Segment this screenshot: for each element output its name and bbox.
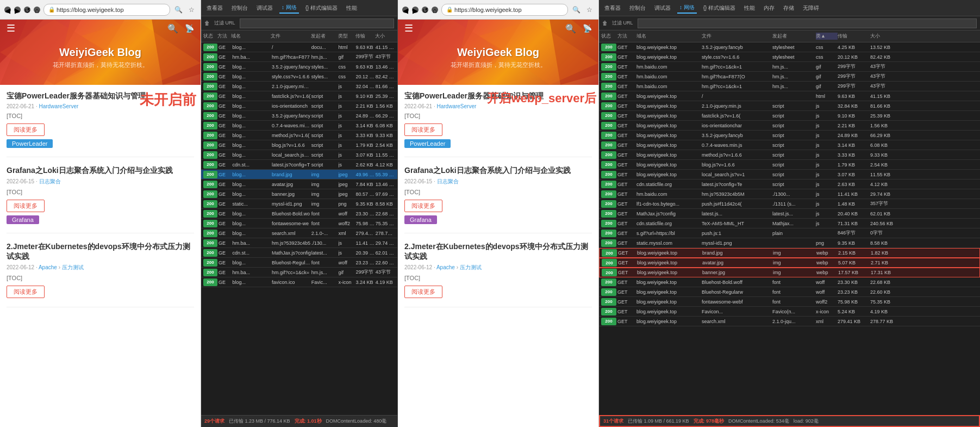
row-1-9[interactable]: 200GEblog...0.7.4-waves.min.jsscriptjs3.… [201, 121, 397, 131]
row-2-15[interactable]: 200GETcdn.staticfile.orglatest.js?config… [599, 180, 980, 189]
row-2-27[interactable]: 200GETblog.weiyigeek.topfontawesome-webf… [599, 297, 980, 307]
row-1-21[interactable]: 200GEhm.ba...hm.js?53923c4b5./130...js11… [201, 238, 397, 248]
rss-icon-1[interactable]: ☆ [186, 5, 196, 15]
row-2-5[interactable]: 200GEThm.baidu.comhm.gif?cc=1&ck=1hm.js.… [599, 82, 980, 91]
forward-button[interactable]: ▶ [14, 7, 21, 13]
row-1-20[interactable]: 200GEblog...search.xml2.1.0-...xml279.41… [201, 228, 397, 238]
dt-console-tab-2[interactable]: 控制台 [627, 3, 648, 13]
tag-powderleader[interactable]: PowerLeader [7, 139, 53, 148]
search-icon-2[interactable]: 🔍 [571, 5, 581, 15]
dt-viewer-tab-2[interactable]: 查看器 [602, 3, 623, 13]
dt-perf-tab-2[interactable]: 性能 [742, 3, 757, 13]
row-1-3[interactable]: 200GEblog...3.5.2-jquery.fancystyles...c… [201, 62, 397, 72]
row-1-10[interactable]: 200GEblog...method.js?v=1.6(scriptjs3.33… [201, 131, 397, 140]
row-2-13[interactable]: 200GETblog.weiyigeek.topblog.js?v=1.6.6s… [599, 160, 980, 170]
rss-nav-icon-1[interactable]: 📡 [185, 24, 194, 33]
row-2-21[interactable]: 200GETstatic.myssl.commyssl-id1.pngpng9.… [599, 238, 980, 248]
row-2-19[interactable]: 200GETcdn.staticfile.orgTeX-AMS-MML_HTMa… [599, 219, 980, 228]
dt-memory-tab-2[interactable]: 内存 [761, 3, 777, 13]
row-1-23[interactable]: 200GEblog...Bluehost-Regular.fofontwoff2… [201, 258, 397, 268]
row-1-8[interactable]: 200GEblog...3.5.2-jquery.fancyscriptjs24… [201, 111, 397, 121]
row-2-1[interactable]: 200GETblog.weiyigeek.top3.5.2-jquery.fan… [599, 42, 980, 52]
dt-style-tab-2[interactable]: {} 样式编辑器 [701, 3, 738, 13]
dt-network-tab-2[interactable]: ↕ 网络 [677, 3, 697, 14]
row-1-19[interactable]: 200GEblog...fontawesome-wefontwoff275.98… [201, 219, 397, 228]
row-1-15[interactable]: 200GEblog...avatar.jpgimgjpeg7.84 KB13.4… [201, 180, 397, 189]
row-2-3[interactable]: 200GEThm.baidu.comhm.gif?cc=1&ck=1hm.js.… [599, 62, 980, 72]
dt-style-tab-1[interactable]: {} 样式编辑器 [303, 3, 340, 13]
row-2-18[interactable]: 200GETMathJax.js?configlatest.js...lates… [599, 209, 980, 219]
row-2-23-webp[interactable]: 200GETblog.weiyigeek.topavatar.jpgimgweb… [599, 258, 980, 268]
row-1-7[interactable]: 200GEblog...ios-orientationchscriptjs2.2… [201, 101, 397, 111]
hamburger-icon-1[interactable]: ☰ [7, 22, 15, 34]
row-1-6[interactable]: 200GEblog...fastclick.js?v=1.6(scriptjs9… [201, 91, 397, 101]
row-2-2[interactable]: 200GETblog.weiyigeek.topstyle.css?v=1.6.… [599, 52, 980, 62]
tag-grafana-2[interactable]: Grafana [404, 215, 437, 224]
row-2-10[interactable]: 200GETblog.weiyigeek.top3.5.2-jquery.fan… [599, 131, 980, 140]
address-bar-2[interactable]: 🔒 https://blog.weiyigeek.top [441, 4, 568, 16]
row-2-12[interactable]: 200GETblog.weiyigeek.topmethod.js?v=1.6.… [599, 150, 980, 160]
tag-grafana[interactable]: Grafana [7, 215, 39, 224]
row-1-18[interactable]: 200GEblog...Bluehost-Bold.wofontwoff23.3… [201, 209, 397, 219]
refresh-button[interactable]: ↺ [24, 7, 30, 13]
hamburger-icon-2[interactable]: ☰ [404, 22, 413, 34]
dt-storage-tab-2[interactable]: 存储 [781, 3, 796, 13]
row-2-11[interactable]: 200GETblog.weiyigeek.top0.7.4-waves.min.… [599, 140, 980, 150]
row-2-6[interactable]: 200GETblog.weiyigeek.top/html9.63 KB41.1… [599, 91, 980, 101]
row-1-4[interactable]: 200GEblog...style.css?v=1.6.6styles...cs… [201, 72, 397, 82]
row-2-29[interactable]: 200GETblog.weiyigeek.topsearch.xml2.1.0-… [599, 317, 980, 326]
address-bar-1[interactable]: 🔒 https://blog.weiyigeek.top [43, 4, 170, 16]
row-1-17[interactable]: 200GEstatic...myssl-id1.pngimgpng9.35 KB… [201, 199, 397, 209]
read-more-btn-2-2[interactable]: 阅读更多 [404, 200, 442, 212]
read-more-btn-1[interactable]: 阅读更多 [7, 123, 45, 136]
dt-network-tab-1[interactable]: ↕ 网络 [279, 3, 299, 14]
read-more-btn-3[interactable]: 阅读更多 [7, 286, 45, 298]
rss-nav-icon-2[interactable]: 📡 [583, 24, 592, 33]
row-2-22-webp[interactable]: 200GETblog.weiyigeek.topbrand.jpgimgwebp… [599, 248, 980, 258]
row-1-13[interactable]: 200GEcdn.st...latest.js?config=Tscriptjs… [201, 160, 397, 170]
search-nav-icon-1[interactable]: 🔍 [167, 23, 178, 34]
row-2-28[interactable]: 200GETblog.weiyigeek.topFavicon...Favico… [599, 307, 980, 317]
rss-icon-2[interactable]: ☆ [584, 5, 594, 15]
row-1-5[interactable]: 200GEblog...2.1.0-jquery.min.jsjs32.04 K… [201, 82, 397, 91]
tag-powderleader-2[interactable]: PowerLeader [404, 139, 451, 148]
read-more-btn-2-3[interactable]: 阅读更多 [404, 286, 442, 298]
row-1-1[interactable]: 200 GE blog... / docu... html 9.63 KB 41… [201, 42, 397, 52]
row-1-16[interactable]: 200GEblog...banner.jpgimgjpeg80.57 KB97.… [201, 189, 397, 199]
read-more-btn-2[interactable]: 阅读更多 [7, 200, 45, 212]
dt-perf-tab-1[interactable]: 性能 [344, 3, 359, 13]
forward-button-2[interactable]: ▶ [412, 7, 419, 13]
home-button[interactable]: ⌂ [34, 7, 40, 13]
read-more-btn-2-1[interactable]: 阅读更多 [404, 123, 442, 136]
row-2-7[interactable]: 200GETblog.weiyigeek.top2.1.0-jquery.min… [599, 101, 980, 111]
search-icon-1[interactable]: 🔍 [173, 5, 183, 15]
back-button-2[interactable]: ◀ [402, 7, 409, 13]
row-2-14[interactable]: 200GETblog.weiyigeek.toplocal_search.js?… [599, 170, 980, 180]
row-2-17[interactable]: 200GETlf1-cdn-tos.bytego...push.js#f11d4… [599, 199, 980, 209]
row-1-25[interactable]: 200GEblog...favicon.icoFavic...x-icon3.2… [201, 277, 397, 287]
row-1-22[interactable]: 200GEcdn.st...MathJax.js?configlatest...… [201, 248, 397, 258]
back-button[interactable]: ◀ [4, 7, 11, 13]
search-nav-icon-2[interactable]: 🔍 [565, 23, 576, 34]
refresh-button-2[interactable]: ↺ [422, 7, 428, 13]
row-1-11[interactable]: 200GEblog...blog.js?v=1.6.6scriptjs1.79 … [201, 140, 397, 150]
row-2-26[interactable]: 200GETblog.weiyigeek.topBluehost-Regular… [599, 287, 980, 297]
row-2-25[interactable]: 200GETblog.weiyigeek.topBluehost-Bold.wo… [599, 277, 980, 287]
dt-accessibility-tab-2[interactable]: 无障碍 [801, 3, 821, 13]
row-1-14[interactable]: 200GEblog...brand.jpgimgjpeg49.96 KB55.3… [201, 170, 397, 180]
dt-viewer-tab-1[interactable]: 查看器 [204, 3, 225, 13]
dt-debugger-tab-1[interactable]: 调试器 [254, 3, 275, 13]
row-1-12[interactable]: 200GEblog...local_search.js?v=scriptjs3.… [201, 150, 397, 160]
dt-console-tab-1[interactable]: 控制台 [229, 3, 250, 13]
row-2-8[interactable]: 200GETblog.weiyigeek.topfastclick.js?v=1… [599, 111, 980, 121]
row-1-2[interactable]: 200GEhm.ba...hm.gif?hca=F877hm.js...gif2… [201, 52, 397, 62]
dt-debugger-tab-2[interactable]: 调试器 [652, 3, 673, 13]
home-button-2[interactable]: ⌂ [432, 7, 438, 13]
row-2-4[interactable]: 200GEThm.baidu.comhm.gif?hca=F877(Ohm.js… [599, 72, 980, 82]
dt-filter-input-2[interactable] [638, 18, 977, 28]
dt-filter-input-1[interactable] [240, 18, 394, 28]
row-2-16[interactable]: 200GEThm.baidu.comhm.js?53923c4b5M./1300… [599, 189, 980, 199]
row-2-24-webp[interactable]: 200GETblog.weiyigeek.topbanner.jpgimgweb… [599, 268, 980, 277]
row-2-9[interactable]: 200GETblog.weiyigeek.topios-orientationc… [599, 121, 980, 131]
row-2-20[interactable]: 200GETs.gif?url=https://blpush.js:1plain… [599, 228, 980, 238]
